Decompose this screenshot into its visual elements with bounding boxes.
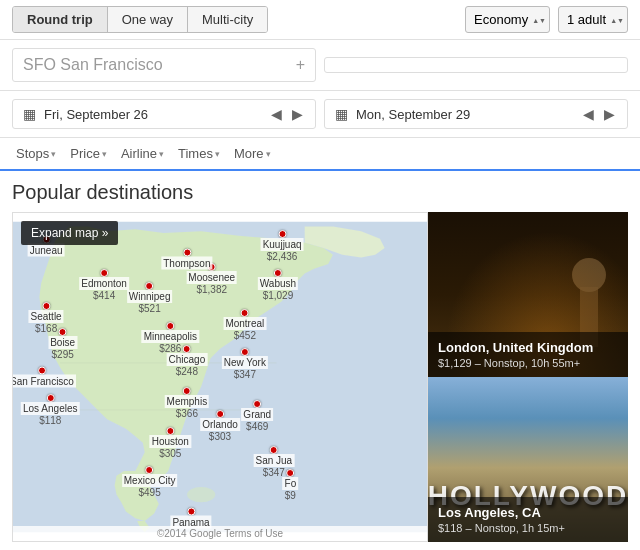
map-pin[interactable]: New York$347 xyxy=(222,348,268,380)
filter-row: Stops▾Price▾Airline▾Times▾More▾ xyxy=(0,138,640,171)
pin-dot xyxy=(270,446,278,454)
round-trip-button[interactable]: Round trip xyxy=(13,7,108,32)
pin-city-label: New York xyxy=(222,356,268,369)
pin-city-label: Wabush xyxy=(258,277,298,290)
map-pin[interactable]: Winnipeg$521 xyxy=(127,282,173,314)
filter-airline-arrow: ▾ xyxy=(159,149,164,159)
depart-prev-button[interactable]: ◀ xyxy=(269,106,284,122)
multi-city-button[interactable]: Multi-city xyxy=(188,7,267,32)
pin-dot xyxy=(241,309,249,317)
pin-city-label: San Francisco xyxy=(12,375,76,388)
filter-more-arrow: ▾ xyxy=(266,149,271,159)
map-pin[interactable]: Edmonton$414 xyxy=(79,269,129,301)
dest-card-london[interactable]: London, United Kingdom$1,129 – Nonstop, … xyxy=(428,212,628,377)
dest-card-los-angeles[interactable]: HOLLYWOODLos Angeles, CA$118 – Nonstop, … xyxy=(428,377,628,542)
dest-card-overlay-london: London, United Kingdom$1,129 – Nonstop, … xyxy=(428,332,628,377)
pin-dot xyxy=(183,248,191,256)
filter-times-arrow: ▾ xyxy=(215,149,220,159)
return-date-label: Mon, September 29 xyxy=(356,107,470,122)
search-row: SFO San Francisco + xyxy=(0,40,640,91)
pin-dot xyxy=(59,328,67,336)
filter-times-button[interactable]: Times▾ xyxy=(174,144,224,163)
filter-more-label: More xyxy=(234,146,264,161)
pin-price-label: $303 xyxy=(209,431,231,442)
map-container: JuneauEdmonton$414Seattle$168Boise$295Sa… xyxy=(12,212,428,542)
filter-airline-button[interactable]: Airline▾ xyxy=(117,144,168,163)
top-bar: Round trip One way Multi-city Economy 1 … xyxy=(0,0,640,40)
pin-city-label: Montreal xyxy=(223,317,266,330)
depart-date-label: Fri, September 26 xyxy=(44,107,148,122)
return-prev-button[interactable]: ◀ xyxy=(581,106,596,122)
filter-more-button[interactable]: More▾ xyxy=(230,144,275,163)
return-next-button[interactable]: ▶ xyxy=(602,106,617,122)
svg-point-1 xyxy=(187,487,215,502)
map-pin[interactable]: Montreal$452 xyxy=(223,309,266,341)
pin-city-label: Orlando xyxy=(200,418,240,431)
popular-destinations-title: Popular destinations xyxy=(12,181,628,204)
pin-price-label: $452 xyxy=(234,330,256,341)
add-destination-icon[interactable]: + xyxy=(296,56,305,74)
depart-next-button[interactable]: ▶ xyxy=(290,106,305,122)
dest-card-title-los-angeles: Los Angeles, CA xyxy=(438,505,618,520)
pin-dot xyxy=(46,394,54,402)
map-pin[interactable]: Boise$295 xyxy=(48,328,77,360)
pin-dot xyxy=(216,410,224,418)
pin-city-label: Seattle xyxy=(29,310,64,323)
map-section: JuneauEdmonton$414Seattle$168Boise$295Sa… xyxy=(12,212,628,542)
return-date-field[interactable]: ▦ Mon, September 29 ◀ ▶ xyxy=(324,99,628,129)
pin-dot xyxy=(278,230,286,238)
pin-price-label: $495 xyxy=(138,487,160,498)
pin-price-label: $248 xyxy=(176,366,198,377)
pin-city-label: Minneapolis xyxy=(142,330,199,343)
map-pin[interactable]: Chicago$248 xyxy=(167,345,208,377)
pin-dot xyxy=(166,322,174,330)
map-pin[interactable]: Los Angeles$118 xyxy=(21,394,80,426)
pin-dot xyxy=(183,345,191,353)
map-pin[interactable]: Wabush$1,029 xyxy=(258,269,298,301)
map-pin[interactable]: San Francisco xyxy=(12,367,76,388)
pin-price-label: $347 xyxy=(234,369,256,380)
trip-type-group: Round trip One way Multi-city xyxy=(12,6,268,33)
map-pin[interactable]: Thompson xyxy=(161,248,212,269)
pin-city-label: Moosenee xyxy=(186,271,237,284)
pin-price-label: $305 xyxy=(159,448,181,459)
pin-dot xyxy=(286,469,294,477)
pin-dot xyxy=(241,348,249,356)
pin-city-label: Juneau xyxy=(28,243,65,256)
depart-date-field[interactable]: ▦ Fri, September 26 ◀ ▶ xyxy=(12,99,316,129)
dest-card-info-london: $1,129 – Nonstop, 10h 55m+ xyxy=(438,357,618,369)
main-content: Popular destinations xyxy=(0,171,640,542)
map-pin[interactable]: Mexico City$495 xyxy=(122,466,178,498)
map-footer: ©2014 Google Terms of Use xyxy=(13,526,427,541)
expand-map-button[interactable]: Expand map » xyxy=(21,221,118,245)
filter-stops-button[interactable]: Stops▾ xyxy=(12,144,60,163)
pin-price-label: $1,029 xyxy=(263,290,294,301)
map-pin[interactable]: Kuujjuaq$2,436 xyxy=(261,230,304,262)
class-select-wrapper: Economy xyxy=(465,6,550,33)
destination-field[interactable] xyxy=(324,57,628,73)
pin-city-label: Houston xyxy=(150,435,191,448)
pin-city-label: Fo xyxy=(283,477,299,490)
origin-field[interactable]: SFO San Francisco + xyxy=(12,48,316,82)
one-way-button[interactable]: One way xyxy=(108,7,188,32)
filter-price-arrow: ▾ xyxy=(102,149,107,159)
map-pin[interactable]: Grand$469 xyxy=(241,400,273,432)
class-select[interactable]: Economy xyxy=(465,6,550,33)
map-pin[interactable]: Orlando$303 xyxy=(200,410,240,442)
pin-dot xyxy=(274,269,282,277)
pin-city-label: Boise xyxy=(48,336,77,349)
pin-city-label: Kuujjuaq xyxy=(261,238,304,251)
pin-dot xyxy=(146,466,154,474)
map-pin[interactable]: Fo$9 xyxy=(283,469,299,501)
adults-select[interactable]: 1 adult xyxy=(558,6,628,33)
filter-price-button[interactable]: Price▾ xyxy=(66,144,111,163)
return-date-nav: ◀ ▶ xyxy=(581,106,617,122)
map-pin[interactable]: Houston$305 xyxy=(150,427,191,459)
pin-dot xyxy=(166,427,174,435)
pin-city-label: Winnipeg xyxy=(127,290,173,303)
pin-city-label: Los Angeles xyxy=(21,402,80,415)
pin-city-label: Memphis xyxy=(165,395,210,408)
pin-city-label: Mexico City xyxy=(122,474,178,487)
pin-dot xyxy=(38,367,46,375)
pin-price-label: $469 xyxy=(246,421,268,432)
